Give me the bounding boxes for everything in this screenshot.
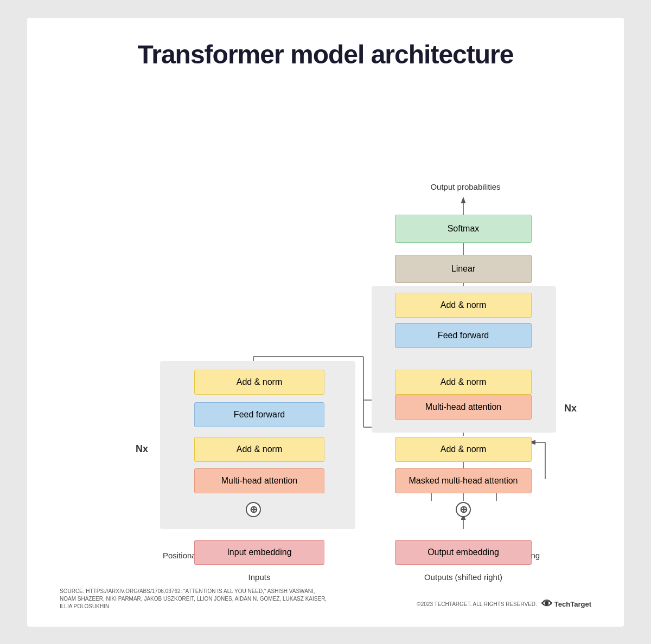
encoder-feed-forward: Feed forward <box>194 402 324 427</box>
decoder-multi-head: Multi-head attention <box>395 395 532 420</box>
decoder-feed-forward: Feed forward <box>395 323 532 348</box>
output-probabilities-label: Output probabilities <box>395 182 536 191</box>
footer: SOURCE: HTTPS://ARXIV.ORG/ABS/1706.03762… <box>60 588 591 610</box>
output-embedding-box: Output embedding <box>395 540 532 565</box>
encoder-pos-enc-circle: ⊕ <box>246 502 261 517</box>
footer-copyright: ©2023 TECHTARGET. ALL RIGHTS RESERVED. <box>417 601 537 607</box>
decoder-masked-multi-head: Masked multi-head attention <box>395 468 532 493</box>
encoder-multi-head: Multi-head attention <box>194 468 324 493</box>
decoder-add-norm-bot: Add & norm <box>395 437 532 462</box>
footer-right: ©2023 TECHTARGET. ALL RIGHTS RESERVED. 👁… <box>417 598 591 610</box>
eye-icon: 👁 <box>541 598 552 610</box>
encoder-add-norm-mid: Add & norm <box>194 437 324 462</box>
linear-box: Linear <box>395 255 532 283</box>
page-container: Transformer model architecture <box>27 18 624 627</box>
softmax-box: Softmax <box>395 215 532 243</box>
inputs-label: Inputs <box>194 572 324 582</box>
diagram-area: Output probabilities Softmax Linear Add … <box>60 91 591 579</box>
decoder-add-norm-mid: Add & norm <box>395 370 532 395</box>
decoder-add-norm-top: Add & norm <box>395 293 532 318</box>
footer-source: SOURCE: HTTPS://ARXIV.ORG/ABS/1706.03762… <box>60 588 331 610</box>
page-title: Transformer model architecture <box>60 40 591 69</box>
decoder-nx-label: Nx <box>564 403 577 414</box>
input-embedding-box: Input embedding <box>194 540 324 565</box>
outputs-label: Outputs (shifted right) <box>395 572 532 582</box>
encoder-nx-label: Nx <box>136 443 148 455</box>
techtarget-logo: 👁 TechTarget <box>541 598 591 610</box>
decoder-pos-enc-circle: ⊕ <box>456 502 471 517</box>
brand-name: TechTarget <box>554 600 591 608</box>
encoder-add-norm-top: Add & norm <box>194 370 324 395</box>
